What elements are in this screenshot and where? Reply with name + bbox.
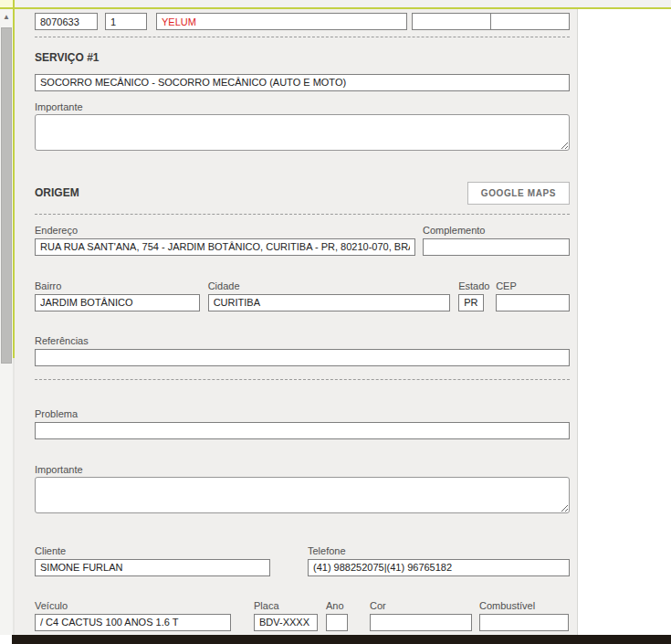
importante-label: Importante [35,101,570,112]
bairro-input[interactable] [35,294,200,311]
importante-field [35,477,570,517]
service-order-form: SERVIÇO #1 Importante ORIGEM GOOGLE MAPS… [35,9,570,631]
cidade-label: Cidade [208,280,451,291]
telefone-field: Telefone [308,545,570,576]
referencias-row: Referências [35,335,570,366]
cliente-label: Cliente [35,545,270,556]
ano-field: Ano [326,600,348,631]
veiculo-label: Veículo [35,600,231,611]
order-count-input[interactable] [105,13,147,30]
cor-field: Cor [370,600,472,631]
endereco-field: Endereço [35,225,415,256]
complemento-input[interactable] [423,238,570,256]
bottom-dark-bar [12,635,671,644]
dashed-separator [35,37,570,37]
referencias-label: Referências [35,335,570,346]
vertical-scrollbar[interactable]: ▲ [0,9,13,635]
telefone-input[interactable] [308,559,570,576]
combustivel-label: Combustível [479,600,569,611]
cidade-field: Cidade [208,280,451,311]
veiculo-field: Veículo [35,600,231,631]
telefone-label: Telefone [308,545,570,556]
cor-input[interactable] [370,614,472,631]
ano-input[interactable] [326,614,348,631]
cliente-input[interactable] [35,559,270,576]
extra-field-2-input[interactable] [490,13,570,30]
veiculo-input[interactable] [35,614,231,631]
complemento-field: Complemento [423,225,570,256]
estado-label: Estado [458,280,484,291]
origem-header-row: ORIGEM GOOGLE MAPS [35,182,570,205]
estado-input[interactable] [458,294,484,311]
importante-field [35,114,570,154]
servico-section-title: SERVIÇO #1 [35,51,570,64]
ano-label: Ano [326,600,348,611]
veiculo-row: Veículo Placa Ano Cor Combustível [35,600,570,631]
referencias-field: Referências [35,335,570,366]
origem-section-title: ORIGEM [35,186,79,199]
dashed-separator [35,214,570,215]
problema-row: Problema [35,408,570,439]
problema-input[interactable] [35,422,570,439]
combustivel-field: Combustível [479,600,569,631]
extra-field-1-input[interactable] [412,13,491,30]
problema-field: Problema [35,408,570,439]
placa-label: Placa [254,600,318,611]
referencias-input[interactable] [35,349,570,366]
company-input[interactable] [156,13,407,30]
order-number-input[interactable] [35,13,98,30]
bairro-field: Bairro [35,280,200,311]
cep-input[interactable] [496,294,570,311]
form-panel: SERVIÇO #1 Importante ORIGEM GOOGLE MAPS… [15,9,578,635]
order-id-row [35,13,570,30]
endereco-row: Endereço Complemento [35,225,570,256]
problema-label: Problema [35,408,570,419]
placa-field: Placa [254,600,318,631]
cep-label: CEP [496,280,570,291]
service-field [35,73,570,91]
ocorrencia-importante-textarea[interactable] [35,477,570,513]
dashed-separator [35,379,570,380]
importante-label: Importante [35,464,570,475]
scrollbar-thumb[interactable] [1,27,12,364]
cidade-input[interactable] [208,294,451,311]
complemento-label: Complemento [423,225,570,236]
estado-field: Estado [458,280,484,311]
bairro-row: Bairro Cidade Estado CEP [35,280,570,311]
bairro-label: Bairro [35,280,200,291]
cliente-field: Cliente [35,545,270,576]
servico-importante-textarea[interactable] [35,114,570,151]
cor-label: Cor [370,600,472,611]
scrollbar-up-arrow-icon[interactable]: ▲ [0,11,13,24]
service-description-input[interactable] [35,74,570,91]
endereco-input[interactable] [35,238,415,256]
cep-field: CEP [496,280,570,311]
google-maps-button[interactable]: GOOGLE MAPS [467,182,570,205]
endereco-label: Endereço [35,225,415,236]
cliente-row: Cliente Telefone [35,545,570,576]
combustivel-input[interactable] [479,614,569,631]
placa-input[interactable] [254,614,318,631]
top-strip [0,0,671,7]
